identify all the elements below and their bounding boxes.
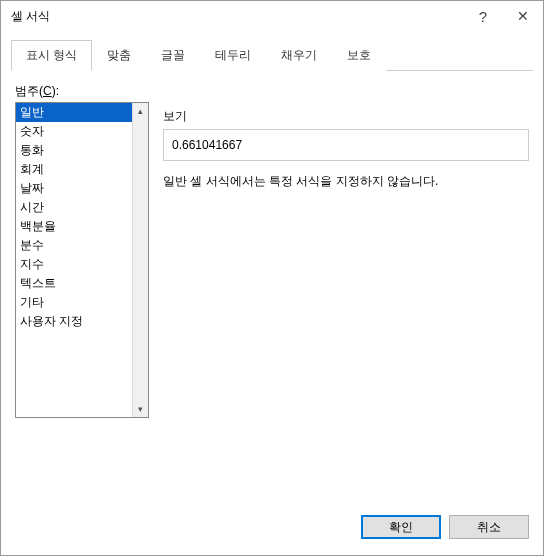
format-description: 일반 셀 서식에서는 특정 서식을 지정하지 않습니다. bbox=[163, 173, 529, 190]
list-item[interactable]: 회계 bbox=[16, 160, 132, 179]
tab-fill[interactable]: 채우기 bbox=[266, 40, 332, 71]
tab-alignment[interactable]: 맞춤 bbox=[92, 40, 146, 71]
tabs: 표시 형식 맞춤 글꼴 테두리 채우기 보호 bbox=[11, 39, 533, 71]
list-item[interactable]: 지수 bbox=[16, 255, 132, 274]
dialog-footer: 확인 취소 bbox=[1, 501, 543, 555]
list-item[interactable]: 시간 bbox=[16, 198, 132, 217]
preview-value: 0.661041667 bbox=[163, 129, 529, 161]
list-item[interactable]: 기타 bbox=[16, 293, 132, 312]
tab-content: 범주(C): 일반 숫자 통화 회계 날짜 시간 백분율 분수 지수 텍스트 기… bbox=[1, 71, 543, 501]
window-title: 셀 서식 bbox=[11, 8, 463, 25]
category-label-suffix: ): bbox=[52, 84, 59, 98]
category-label-key: C bbox=[43, 84, 52, 98]
ok-button[interactable]: 확인 bbox=[361, 515, 441, 539]
titlebar: 셀 서식 ? ✕ bbox=[1, 1, 543, 31]
category-label: 범주(C): bbox=[15, 83, 529, 100]
list-item[interactable]: 백분율 bbox=[16, 217, 132, 236]
right-pane: 보기 0.661041667 일반 셀 서식에서는 특정 서식을 지정하지 않습… bbox=[163, 102, 529, 501]
list-item[interactable]: 일반 bbox=[16, 103, 132, 122]
list-item[interactable]: 통화 bbox=[16, 141, 132, 160]
list-item[interactable]: 사용자 지정 bbox=[16, 312, 132, 331]
tab-protection[interactable]: 보호 bbox=[332, 40, 386, 71]
list-item[interactable]: 분수 bbox=[16, 236, 132, 255]
preview-label: 보기 bbox=[163, 108, 529, 125]
scroll-up-icon[interactable]: ▴ bbox=[133, 103, 148, 119]
list-item[interactable]: 날짜 bbox=[16, 179, 132, 198]
close-icon[interactable]: ✕ bbox=[503, 1, 543, 31]
scroll-down-icon[interactable]: ▾ bbox=[133, 401, 148, 417]
list-item[interactable]: 텍스트 bbox=[16, 274, 132, 293]
scrollbar[interactable]: ▴ ▾ bbox=[132, 103, 148, 417]
tab-number[interactable]: 표시 형식 bbox=[11, 40, 92, 71]
scroll-track[interactable] bbox=[133, 119, 148, 401]
cancel-button[interactable]: 취소 bbox=[449, 515, 529, 539]
help-icon[interactable]: ? bbox=[463, 1, 503, 31]
list-item[interactable]: 숫자 bbox=[16, 122, 132, 141]
tab-font[interactable]: 글꼴 bbox=[146, 40, 200, 71]
tab-border[interactable]: 테두리 bbox=[200, 40, 266, 71]
category-label-prefix: 범주( bbox=[15, 84, 43, 98]
category-listbox[interactable]: 일반 숫자 통화 회계 날짜 시간 백분율 분수 지수 텍스트 기타 사용자 지… bbox=[15, 102, 149, 418]
